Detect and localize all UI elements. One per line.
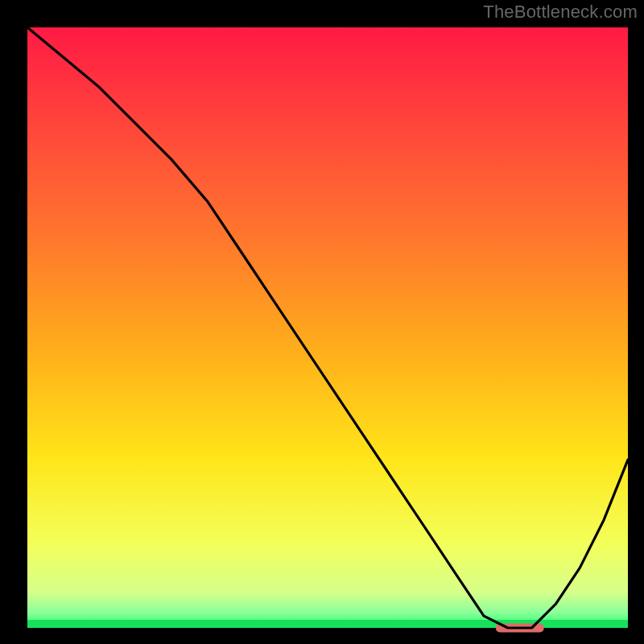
plot-background [27,27,628,628]
bottleneck-chart [0,0,644,644]
watermark-label: TheBottleneck.com [483,2,638,23]
chart-container: TheBottleneck.com [0,0,644,644]
